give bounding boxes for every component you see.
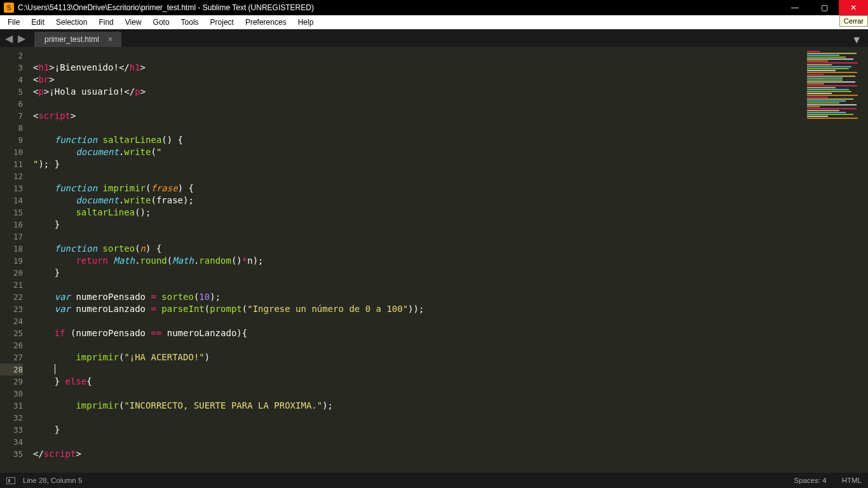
menu-edit[interactable]: Edit bbox=[26, 17, 50, 28]
maximize-button[interactable]: ▢ bbox=[810, 0, 839, 15]
menu-goto[interactable]: Goto bbox=[148, 17, 175, 28]
tab-menu-icon[interactable]: ▼ bbox=[851, 34, 862, 46]
menu-preferences[interactable]: Preferences bbox=[240, 17, 292, 28]
app-icon: S bbox=[4, 3, 14, 13]
menu-find[interactable]: Find bbox=[93, 17, 118, 28]
panel-switch-icon[interactable] bbox=[6, 477, 15, 484]
code-area[interactable]: <h1>¡Bienvenido!</h1><br><p>¡Hola usuari… bbox=[29, 47, 792, 473]
close-tooltip: Cerrar bbox=[839, 15, 868, 27]
tabbar: ◀ ▶ primer_test.html × ▼ bbox=[0, 29, 868, 47]
statusbar: Line 28, Column 5 Spaces: 4 HTML bbox=[0, 473, 868, 488]
menu-file[interactable]: File bbox=[3, 17, 25, 28]
nav-fwd-icon[interactable]: ▶ bbox=[18, 32, 25, 44]
tab-label: primer_test.html bbox=[44, 35, 99, 44]
menubar: File Edit Selection Find View Goto Tools… bbox=[0, 15, 868, 29]
indent-setting[interactable]: Spaces: 4 bbox=[794, 477, 827, 484]
menu-view[interactable]: View bbox=[120, 17, 147, 28]
menu-help[interactable]: Help bbox=[293, 17, 319, 28]
gutter: 2345678910111213141516171819202122232425… bbox=[0, 47, 29, 473]
cursor-position[interactable]: Line 28, Column 5 bbox=[23, 477, 82, 484]
tab-close-icon[interactable]: × bbox=[108, 35, 112, 44]
minimap[interactable] bbox=[792, 47, 868, 473]
close-button[interactable]: ✕ bbox=[839, 0, 868, 15]
titlebar: S C:\Users\54113\OneDrive\Escritorio\pri… bbox=[0, 0, 868, 15]
menu-project[interactable]: Project bbox=[205, 17, 239, 28]
editor[interactable]: 2345678910111213141516171819202122232425… bbox=[0, 47, 868, 473]
nav-back-icon[interactable]: ◀ bbox=[5, 32, 13, 44]
menu-selection[interactable]: Selection bbox=[51, 17, 92, 28]
menu-tools[interactable]: Tools bbox=[176, 17, 204, 28]
window-title: C:\Users\54113\OneDrive\Escritorio\prime… bbox=[18, 3, 780, 12]
file-tab[interactable]: primer_test.html × bbox=[34, 32, 121, 47]
minimize-button[interactable]: — bbox=[780, 0, 810, 15]
syntax-mode[interactable]: HTML bbox=[842, 477, 862, 484]
